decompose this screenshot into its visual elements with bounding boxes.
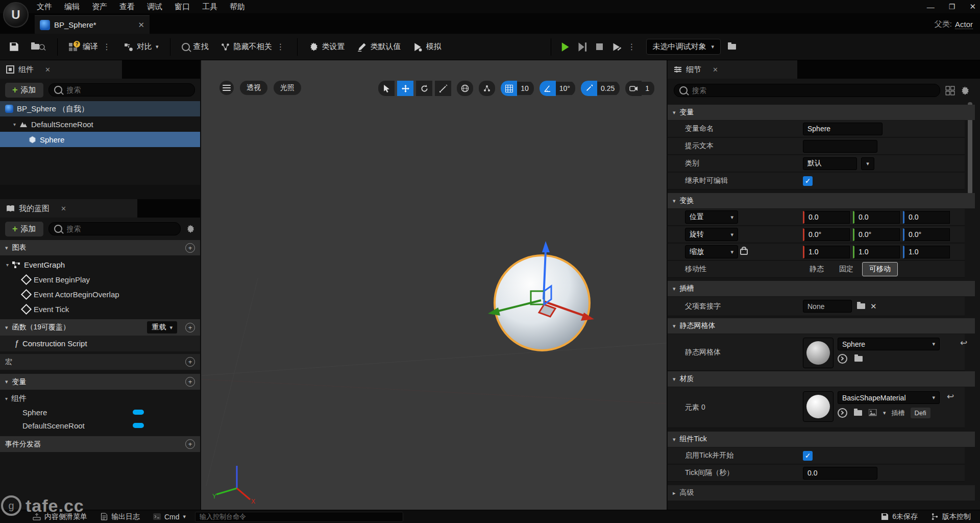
- move-tool-button[interactable]: [397, 81, 413, 96]
- cmd-dropdown[interactable]: Cmd ▾: [149, 512, 190, 522]
- angle-snap-value[interactable]: 10°: [556, 82, 575, 95]
- collapse-arrow-icon[interactable]: ▾: [673, 286, 676, 292]
- section-advanced[interactable]: ▸ 高级: [668, 485, 975, 501]
- static-mesh-dropdown[interactable]: Sphere▾: [838, 338, 940, 350]
- tick-interval-input[interactable]: [803, 467, 877, 480]
- expand-arrow-icon[interactable]: ▾: [13, 122, 16, 127]
- eject-button[interactable]: [609, 39, 625, 55]
- mobility-movable[interactable]: 可移动: [862, 262, 898, 276]
- section-static-mesh[interactable]: ▾ 静态网格体: [668, 318, 975, 334]
- myblueprint-search-input[interactable]: [66, 224, 175, 233]
- angle-snap-icon[interactable]: [540, 81, 556, 96]
- collapse-arrow-icon[interactable]: ▾: [673, 109, 676, 116]
- use-selected-icon[interactable]: [838, 354, 847, 364]
- myblueprint-settings-icon[interactable]: [186, 224, 195, 233]
- rotation-dropdown[interactable]: 旋转▾: [685, 228, 738, 241]
- collapse-arrow-icon[interactable]: ▾: [5, 324, 8, 331]
- mobility-stationary[interactable]: 固定: [832, 263, 860, 276]
- console-input[interactable]: [195, 512, 403, 522]
- scale-dropdown[interactable]: 缩放▾: [685, 245, 738, 258]
- details-search-input[interactable]: [691, 86, 935, 95]
- components-search-input[interactable]: [66, 85, 189, 94]
- sphere-actor[interactable]: [476, 234, 608, 367]
- add-variable-icon[interactable]: +: [185, 377, 195, 387]
- menu-view[interactable]: 查看: [113, 1, 141, 13]
- grid-snap-control[interactable]: 10: [501, 81, 534, 96]
- var-scene-root-row[interactable]: DefaultSceneRoot: [0, 419, 200, 432]
- editable-checkbox[interactable]: ✓: [803, 176, 813, 186]
- collapse-arrow-icon[interactable]: ▾: [6, 262, 9, 268]
- surface-snap-button[interactable]: [479, 81, 495, 96]
- scale-z-field[interactable]: 1.0: [903, 246, 950, 258]
- menu-help[interactable]: 帮助: [224, 1, 251, 13]
- diff-button[interactable]: 对比 ▾: [119, 39, 164, 55]
- collapse-arrow-icon[interactable]: ▾: [5, 378, 8, 385]
- tree-item-sphere[interactable]: Sphere: [0, 132, 200, 147]
- scale-y-field[interactable]: 1.0: [853, 246, 900, 258]
- perspective-dropdown[interactable]: 透视: [240, 81, 267, 95]
- debug-object-dropdown[interactable]: 未选中调试对象 ▾: [646, 39, 721, 55]
- myblueprint-search[interactable]: [48, 222, 181, 235]
- close-button[interactable]: ✕: [969, 2, 976, 11]
- socket-browse-icon[interactable]: [856, 302, 866, 311]
- section-component-tick[interactable]: ▾ 组件Tick: [668, 432, 975, 447]
- section-graphs[interactable]: ▾ 图表 +: [0, 240, 200, 255]
- viewport-canvas[interactable]: 透视 光照: [201, 60, 667, 510]
- play-button[interactable]: [557, 39, 573, 55]
- restore-button[interactable]: ❐: [949, 3, 955, 11]
- viewport-menu-button[interactable]: [219, 81, 234, 95]
- components-close-icon[interactable]: ✕: [45, 66, 51, 74]
- add-graph-icon[interactable]: +: [185, 243, 195, 253]
- static-mesh-thumbnail[interactable]: [803, 338, 834, 368]
- menu-tools[interactable]: 工具: [196, 1, 224, 13]
- scale-tool-button[interactable]: [435, 81, 451, 96]
- simulate-button[interactable]: 模拟: [408, 39, 447, 55]
- menu-window[interactable]: 窗口: [168, 1, 196, 13]
- details-search[interactable]: [674, 84, 940, 97]
- location-y-field[interactable]: 0.0: [853, 211, 900, 224]
- rotation-z-field[interactable]: 0.0°: [903, 228, 950, 241]
- tree-item-scene-root[interactable]: ▾ DefaultSceneRoot: [0, 116, 200, 132]
- section-sockets[interactable]: ▾ 插槽: [668, 281, 975, 296]
- scale-snap-icon[interactable]: [581, 81, 597, 96]
- parent-class-link[interactable]: Actor: [955, 20, 973, 29]
- location-z-field[interactable]: 0.0: [903, 211, 950, 224]
- mobility-static[interactable]: 静态: [803, 263, 830, 276]
- asset-tab-close-icon[interactable]: ✕: [138, 20, 144, 30]
- details-settings-icon[interactable]: [960, 86, 970, 96]
- components-search[interactable]: [48, 83, 195, 97]
- compile-options-icon[interactable]: ⋮: [102, 42, 112, 52]
- event-beginplay-row[interactable]: Event BeginPlay: [0, 272, 200, 287]
- var-sphere-row[interactable]: Sphere: [0, 406, 200, 419]
- components-var-header[interactable]: ▾ 组件: [0, 392, 200, 406]
- compile-button[interactable]: ? 编译 ⋮: [64, 39, 117, 55]
- lit-mode-dropdown[interactable]: 光照: [274, 81, 301, 95]
- texture-caret-icon[interactable]: ▾: [883, 410, 886, 416]
- section-materials[interactable]: ▾ 材质: [668, 371, 975, 387]
- tick-enable-checkbox[interactable]: ✓: [803, 451, 813, 461]
- material-reset-icon[interactable]: ↩: [947, 391, 954, 402]
- tab-details[interactable]: 细节 ✕: [668, 60, 797, 79]
- menu-edit[interactable]: 编辑: [58, 1, 86, 13]
- output-log-button[interactable]: 输出日志: [96, 511, 144, 522]
- sphere-mesh[interactable]: [495, 255, 590, 350]
- tree-item-self[interactable]: BP_Sphere （自我）: [0, 101, 200, 116]
- version-control-button[interactable]: 版本控制: [927, 511, 975, 522]
- category-caret[interactable]: ▾: [861, 157, 874, 170]
- camera-speed-value[interactable]: 1: [642, 82, 654, 95]
- parent-socket-value[interactable]: None: [803, 300, 852, 313]
- camera-speed-control[interactable]: 1: [625, 81, 654, 96]
- socket-clear-icon[interactable]: ✕: [870, 302, 877, 311]
- scale-snap-value[interactable]: 0.25: [597, 82, 620, 95]
- grid-snap-value[interactable]: 10: [517, 82, 534, 95]
- class-defaults-button[interactable]: 类默认值: [352, 39, 406, 55]
- collapse-arrow-icon[interactable]: ▾: [673, 376, 676, 383]
- unsaved-button[interactable]: 6未保存: [877, 511, 922, 522]
- scale-lock-icon[interactable]: [740, 249, 748, 255]
- location-x-field[interactable]: 0.0: [803, 211, 850, 224]
- tab-my-blueprint[interactable]: 我的蓝图 ✕: [0, 199, 137, 218]
- mesh-reset-icon[interactable]: ↩: [960, 338, 967, 348]
- section-dispatchers[interactable]: 事件分发器 +: [0, 436, 200, 452]
- category-dropdown[interactable]: 默认: [803, 157, 857, 170]
- components-add-button[interactable]: + 添加: [5, 83, 43, 98]
